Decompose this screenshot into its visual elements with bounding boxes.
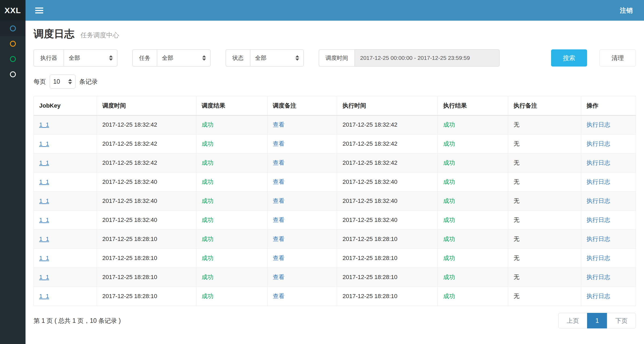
job-key-cell: 1_1 bbox=[34, 192, 97, 211]
job-key-cell: 1_1 bbox=[34, 134, 97, 153]
job-key-cell: 1_1 bbox=[34, 173, 97, 192]
page-size-value: 10 bbox=[53, 78, 60, 85]
job-key-link[interactable]: 1_1 bbox=[39, 255, 49, 261]
handle-time-cell: 2017-12-25 18:28:10 bbox=[337, 249, 438, 268]
search-button[interactable]: 搜索 bbox=[551, 49, 587, 67]
handle-result-cell: 成功 bbox=[438, 173, 508, 192]
sidebar-item[interactable] bbox=[0, 36, 26, 51]
exec-log-link[interactable]: 执行日志 bbox=[587, 197, 610, 204]
handle-result-cell: 成功 bbox=[438, 230, 508, 249]
prev-page-button[interactable]: 上页 bbox=[558, 313, 587, 328]
exec-log-link[interactable]: 执行日志 bbox=[587, 178, 610, 185]
exec-log-link[interactable]: 执行日志 bbox=[587, 255, 610, 261]
page-title: 调度日志 任务调度中心 bbox=[34, 27, 636, 41]
pagination: 上页 1 下页 bbox=[558, 313, 636, 328]
job-key-link[interactable]: 1_1 bbox=[39, 293, 49, 299]
exec-log-link[interactable]: 执行日志 bbox=[587, 140, 610, 147]
job-key-cell: 1_1 bbox=[34, 249, 97, 268]
circle-icon bbox=[10, 71, 16, 77]
log-table: JobKey 调度时间 调度结果 调度备注 执行时间 执行结果 执行备注 操作 … bbox=[34, 96, 636, 306]
handle-time-cell: 2017-12-25 18:32:42 bbox=[337, 153, 438, 173]
trigger-time-filter: 调度时间 bbox=[319, 49, 500, 67]
app-logo[interactable]: XXL bbox=[0, 0, 26, 21]
trigger-msg-cell: 查看 bbox=[267, 249, 337, 268]
trigger-msg-link[interactable]: 查看 bbox=[273, 178, 285, 185]
exec-log-link[interactable]: 执行日志 bbox=[587, 121, 610, 128]
log-table-body: 1_1 2017-12-25 18:32:42 成功 查看 2017-12-25… bbox=[34, 115, 636, 306]
trigger-msg-cell: 查看 bbox=[267, 115, 337, 134]
job-key-link[interactable]: 1_1 bbox=[39, 121, 49, 128]
next-page-button[interactable]: 下页 bbox=[607, 313, 636, 328]
log-table-header: JobKey 调度时间 调度结果 调度备注 执行时间 执行结果 执行备注 操作 bbox=[34, 96, 636, 115]
action-cell: 执行日志 bbox=[581, 230, 636, 249]
job-select[interactable]: 全部 bbox=[157, 49, 211, 67]
trigger-msg-link[interactable]: 查看 bbox=[273, 236, 285, 242]
handle-time-cell: 2017-12-25 18:28:10 bbox=[337, 230, 438, 249]
handle-time-cell: 2017-12-25 18:32:40 bbox=[337, 192, 438, 211]
handle-msg-cell: 无 bbox=[508, 230, 581, 249]
handle-result-cell: 成功 bbox=[438, 287, 508, 306]
status-select[interactable]: 全部 bbox=[250, 49, 304, 67]
page-subtitle: 任务调度中心 bbox=[81, 31, 119, 39]
job-key-link[interactable]: 1_1 bbox=[39, 159, 49, 166]
handle-msg-cell: 无 bbox=[508, 287, 581, 306]
logout-link[interactable]: 注销 bbox=[620, 6, 633, 15]
exec-log-link[interactable]: 执行日志 bbox=[587, 293, 610, 299]
sidebar-item[interactable] bbox=[0, 21, 26, 36]
trigger-time-range-input[interactable] bbox=[354, 49, 500, 67]
action-cell: 执行日志 bbox=[581, 211, 636, 230]
table-row: 1_1 2017-12-25 18:32:42 成功 查看 2017-12-25… bbox=[34, 115, 636, 134]
col-header-trigger-time: 调度时间 bbox=[97, 96, 196, 115]
col-header-handle-result: 执行结果 bbox=[438, 96, 508, 115]
action-cell: 执行日志 bbox=[581, 268, 636, 287]
sidebar-toggle-button[interactable] bbox=[32, 7, 46, 14]
trigger-msg-link[interactable]: 查看 bbox=[273, 274, 285, 280]
job-key-link[interactable]: 1_1 bbox=[39, 217, 49, 223]
handle-result-cell: 成功 bbox=[438, 134, 508, 153]
trigger-result-cell: 成功 bbox=[196, 249, 267, 268]
handle-result-cell: 成功 bbox=[438, 115, 508, 134]
trigger-result-cell: 成功 bbox=[196, 268, 267, 287]
trigger-msg-cell: 查看 bbox=[267, 134, 337, 153]
trigger-time-cell: 2017-12-25 18:32:42 bbox=[97, 153, 196, 173]
trigger-time-cell: 2017-12-25 18:32:40 bbox=[97, 211, 196, 230]
job-key-link[interactable]: 1_1 bbox=[39, 178, 49, 185]
trigger-msg-link[interactable]: 查看 bbox=[273, 140, 285, 147]
navbar-main: 注销 bbox=[26, 0, 644, 21]
handle-time-cell: 2017-12-25 18:28:10 bbox=[337, 287, 438, 306]
select-arrows-icon bbox=[202, 55, 206, 61]
job-key-link[interactable]: 1_1 bbox=[39, 140, 49, 147]
action-cell: 执行日志 bbox=[581, 287, 636, 306]
executor-filter: 执行器 全部 bbox=[34, 49, 117, 67]
trigger-msg-link[interactable]: 查看 bbox=[273, 217, 285, 223]
exec-log-link[interactable]: 执行日志 bbox=[587, 236, 610, 242]
trigger-msg-link[interactable]: 查看 bbox=[273, 159, 285, 166]
job-key-link[interactable]: 1_1 bbox=[39, 236, 49, 242]
page-size-select[interactable]: 10 bbox=[50, 75, 75, 89]
trigger-msg-link[interactable]: 查看 bbox=[273, 121, 285, 128]
select-arrows-icon bbox=[295, 55, 299, 61]
job-key-link[interactable]: 1_1 bbox=[39, 197, 49, 204]
sidebar-item[interactable] bbox=[0, 67, 26, 82]
trigger-msg-cell: 查看 bbox=[267, 230, 337, 249]
select-arrows-icon bbox=[109, 55, 113, 61]
action-cell: 执行日志 bbox=[581, 192, 636, 211]
handle-time-cell: 2017-12-25 18:32:42 bbox=[337, 134, 438, 153]
exec-log-link[interactable]: 执行日志 bbox=[587, 217, 610, 223]
col-header-jobkey: JobKey bbox=[34, 96, 97, 115]
sidebar-item[interactable] bbox=[0, 51, 26, 67]
job-key-link[interactable]: 1_1 bbox=[39, 274, 49, 280]
exec-log-link[interactable]: 执行日志 bbox=[587, 159, 610, 166]
trigger-time-cell: 2017-12-25 18:28:10 bbox=[97, 287, 196, 306]
trigger-msg-link[interactable]: 查看 bbox=[273, 197, 285, 204]
clear-button[interactable]: 清理 bbox=[599, 49, 636, 67]
executor-select[interactable]: 全部 bbox=[64, 49, 117, 67]
current-page-button[interactable]: 1 bbox=[587, 313, 607, 328]
select-arrows-icon bbox=[68, 79, 72, 84]
trigger-msg-link[interactable]: 查看 bbox=[273, 255, 285, 261]
trigger-result-cell: 成功 bbox=[196, 115, 267, 134]
handle-msg-cell: 无 bbox=[508, 211, 581, 230]
handle-result-cell: 成功 bbox=[438, 153, 508, 173]
exec-log-link[interactable]: 执行日志 bbox=[587, 274, 610, 280]
trigger-msg-link[interactable]: 查看 bbox=[273, 293, 285, 299]
